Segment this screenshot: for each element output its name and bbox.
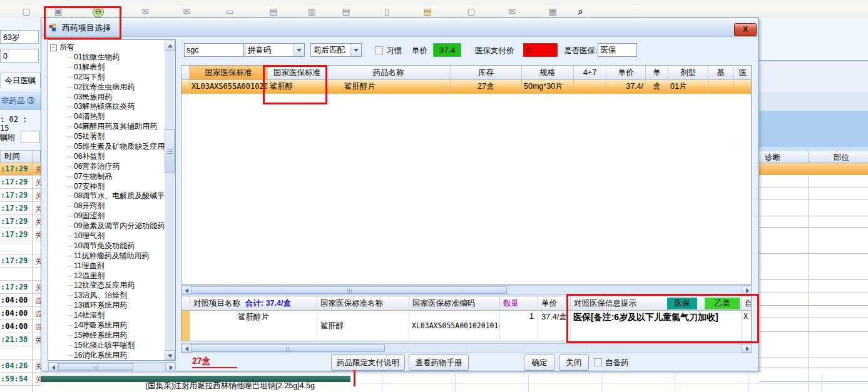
cell-std-code[interactable]: XL03AXS055A0010201014 <box>409 311 500 341</box>
scroll-left-button[interactable] <box>48 363 58 371</box>
tree-item[interactable]: 10理气剂 <box>48 231 165 241</box>
order-row[interactable] <box>0 346 41 359</box>
scroll-left-button[interactable] <box>181 286 191 294</box>
tree-item[interactable]: 04麻醉用药及其辅助用药 <box>48 122 165 132</box>
column-header[interactable]: 国家医保标准 <box>190 66 268 80</box>
mapping-horizontal-scrollbar[interactable] <box>181 343 752 353</box>
cell-price[interactable]: 37.4/ <box>606 80 646 94</box>
scroll-right-button[interactable] <box>742 286 752 294</box>
tree-item[interactable]: 06补益剂 <box>48 152 165 162</box>
scroll-right-button[interactable] <box>742 344 752 353</box>
tree-item[interactable]: 16消化系统用药 <box>48 351 165 360</box>
habit-checkbox[interactable] <box>375 46 383 54</box>
cell-insurance[interactable] <box>733 80 752 94</box>
tree-item[interactable]: 12抗变态反应用药 <box>48 281 165 291</box>
tree-item[interactable]: 06营养治疗药 <box>48 162 165 172</box>
tree-vertical-scrollbar[interactable] <box>165 41 175 360</box>
cell-spec[interactable]: 50mg*30片 <box>522 80 574 94</box>
order-row[interactable] <box>0 268 41 281</box>
close-dialog-button[interactable]: 关闭 <box>559 354 589 371</box>
tree-item[interactable]: 13循环系统用药 <box>48 301 165 311</box>
cell-dosage-form[interactable]: 01片 <box>668 80 708 94</box>
scroll-up-button[interactable] <box>165 41 175 51</box>
order-row[interactable]: :21:38 关 <box>0 333 41 346</box>
cell-code[interactable]: XL03AXS055A0010201014 <box>190 80 268 94</box>
tree-item[interactable]: 05维生素及矿物质缺乏症用药 <box>48 142 165 152</box>
copy-icon[interactable]: ▤ <box>268 6 279 17</box>
tree-horizontal-scrollbar[interactable] <box>48 362 176 372</box>
cell-4plus7[interactable] <box>574 80 606 94</box>
order-row[interactable]: :17:29 关 <box>0 163 41 176</box>
mail-icon[interactable]: ✉ <box>181 6 192 17</box>
column-header[interactable]: 医 <box>733 66 752 80</box>
chevron-down-icon[interactable] <box>294 44 304 56</box>
tree-item[interactable]: 10调节免疫功能药 <box>48 241 165 251</box>
order-row[interactable]: :17:29 关 <box>0 254 41 268</box>
column-header[interactable]: 单 <box>646 66 668 80</box>
cell-std-name[interactable]: 鲨肝醇 <box>317 311 409 341</box>
search-icon[interactable]: ⌕ <box>575 6 586 17</box>
scroll-down-button[interactable] <box>165 350 175 360</box>
std-code-header[interactable]: 国家医保标准编码 <box>409 296 500 311</box>
scroll-left-button[interactable] <box>181 344 191 353</box>
cell-unit[interactable]: 盒 <box>646 80 668 94</box>
code-type-dropdown[interactable]: 拼音码 <box>245 43 305 57</box>
match-mode-dropdown[interactable]: 前后匹配 <box>310 43 362 57</box>
tree-item[interactable]: 09激素及调节内分泌功能药 <box>48 221 165 231</box>
order-row[interactable]: :17:29 关 <box>0 228 41 241</box>
tree-item[interactable]: 02抗寄生虫病用药 <box>48 83 165 93</box>
save-icon[interactable]: ▭ <box>224 6 235 17</box>
tree-item[interactable]: 11抗肿瘤药及辅助用药 <box>48 251 165 261</box>
tree-item[interactable]: 02泻下剂 <box>48 73 165 83</box>
scroll-right-button[interactable] <box>165 363 175 371</box>
tree-item[interactable]: 14呼吸系统用药 <box>48 321 165 331</box>
order-row[interactable]: :04:26 关 <box>0 359 41 373</box>
scrollbar-thumb[interactable] <box>191 344 385 352</box>
dialog-titlebar[interactable]: 西药项目选择 X <box>41 18 758 37</box>
chevron-down-icon[interactable] <box>350 44 361 56</box>
tree-item[interactable]: 04清热剂 <box>48 112 165 122</box>
window-icon[interactable]: ▢ <box>466 6 477 17</box>
column-header[interactable]: 药品名称 <box>327 66 451 80</box>
std-name-header[interactable]: 国家医保标准名称 <box>317 296 409 311</box>
qty-header[interactable]: 数量 <box>500 296 538 311</box>
column-header[interactable]: 基 <box>708 66 733 80</box>
order-row[interactable]: :04:00 温 <box>0 294 41 307</box>
tree-root[interactable]: −所有 <box>50 42 74 53</box>
tab-today-orders[interactable]: 今日医嘱 <box>0 73 41 88</box>
cell-qty[interactable]: 1 <box>500 311 538 341</box>
scrollbar-thumb[interactable] <box>191 286 507 294</box>
tree-item[interactable]: 08开窍剂 <box>48 201 165 211</box>
book-icon[interactable]: ▤ <box>422 6 433 17</box>
tree-item[interactable]: 11理血剂 <box>48 261 165 271</box>
collapse-icon[interactable]: − <box>50 44 57 51</box>
column-header[interactable]: 剂型 <box>668 66 708 80</box>
mail-icon[interactable]: ✉ <box>140 6 151 17</box>
order-row[interactable]: :04:00 温 <box>0 320 41 333</box>
tree-item[interactable]: 03民族用药 <box>48 93 165 103</box>
order-row[interactable]: :59:54 关 <box>0 373 41 386</box>
list-icon[interactable]: ▥ <box>306 6 317 17</box>
cell-stock[interactable]: 27盒 <box>451 80 522 94</box>
drug-manual-button[interactable]: 查看药物手册 <box>409 354 469 371</box>
order-row[interactable] <box>0 241 41 254</box>
remark-input[interactable] <box>21 131 40 143</box>
mail-icon[interactable]: ✉ <box>506 6 518 17</box>
tab-non-drug[interactable]: 非药品 ③ <box>0 91 41 110</box>
tree-item[interactable]: 08调节水、电解质及酸碱平衡药 <box>48 191 165 201</box>
tree-item[interactable]: 15神经系统用药 <box>48 331 165 341</box>
cell-mapping-name[interactable]: 鲨肝醇片 <box>190 311 317 341</box>
grid-icon[interactable]: ▦ <box>547 6 558 17</box>
self-provided-checkbox[interactable] <box>594 358 602 366</box>
column-header[interactable]: 规格 <box>522 66 574 80</box>
cell-basic[interactable] <box>708 80 733 94</box>
is-insurance-input[interactable] <box>598 43 637 57</box>
tree-item[interactable]: 13治风、治燥剂 <box>48 291 165 301</box>
close-button[interactable]: X <box>734 23 757 36</box>
column-header[interactable]: 4+7 <box>574 66 606 80</box>
tree-item[interactable]: 15化痰止咳平喘剂 <box>48 341 165 351</box>
tree-item[interactable]: 07安神剂 <box>48 182 165 192</box>
tree-item[interactable]: 01抗微生物药 <box>48 53 165 63</box>
tree-item[interactable]: 05祛署剂 <box>48 132 165 142</box>
order-row[interactable]: :17:29 关 <box>0 202 41 215</box>
